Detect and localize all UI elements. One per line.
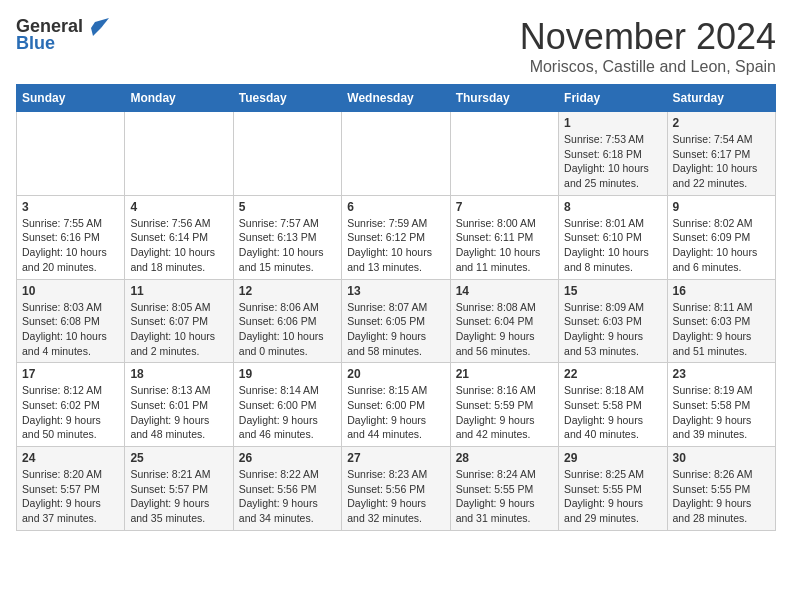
calendar-cell-w3-d1: 10Sunrise: 8:03 AM Sunset: 6:08 PM Dayli… <box>17 279 125 363</box>
day-number: 18 <box>130 367 227 381</box>
day-number: 13 <box>347 284 444 298</box>
calendar-cell-w1-d3 <box>233 112 341 196</box>
day-info: Sunrise: 8:09 AM Sunset: 6:03 PM Dayligh… <box>564 300 661 359</box>
day-info: Sunrise: 8:23 AM Sunset: 5:56 PM Dayligh… <box>347 467 444 526</box>
day-number: 21 <box>456 367 553 381</box>
day-number: 22 <box>564 367 661 381</box>
day-info: Sunrise: 8:15 AM Sunset: 6:00 PM Dayligh… <box>347 383 444 442</box>
day-info: Sunrise: 8:20 AM Sunset: 5:57 PM Dayligh… <box>22 467 119 526</box>
day-info: Sunrise: 8:24 AM Sunset: 5:55 PM Dayligh… <box>456 467 553 526</box>
day-number: 30 <box>673 451 770 465</box>
calendar-cell-w4-d6: 22Sunrise: 8:18 AM Sunset: 5:58 PM Dayli… <box>559 363 667 447</box>
calendar-cell-w4-d3: 19Sunrise: 8:14 AM Sunset: 6:00 PM Dayli… <box>233 363 341 447</box>
month-title: November 2024 <box>520 16 776 58</box>
day-number: 23 <box>673 367 770 381</box>
week-row-4: 17Sunrise: 8:12 AM Sunset: 6:02 PM Dayli… <box>17 363 776 447</box>
day-number: 15 <box>564 284 661 298</box>
day-info: Sunrise: 8:25 AM Sunset: 5:55 PM Dayligh… <box>564 467 661 526</box>
day-info: Sunrise: 8:14 AM Sunset: 6:00 PM Dayligh… <box>239 383 336 442</box>
day-number: 27 <box>347 451 444 465</box>
col-header-monday: Monday <box>125 85 233 112</box>
day-info: Sunrise: 7:59 AM Sunset: 6:12 PM Dayligh… <box>347 216 444 275</box>
calendar-header-row: Sunday Monday Tuesday Wednesday Thursday… <box>17 85 776 112</box>
day-info: Sunrise: 8:08 AM Sunset: 6:04 PM Dayligh… <box>456 300 553 359</box>
calendar-cell-w4-d5: 21Sunrise: 8:16 AM Sunset: 5:59 PM Dayli… <box>450 363 558 447</box>
day-number: 28 <box>456 451 553 465</box>
day-number: 8 <box>564 200 661 214</box>
day-info: Sunrise: 8:06 AM Sunset: 6:06 PM Dayligh… <box>239 300 336 359</box>
day-number: 26 <box>239 451 336 465</box>
day-info: Sunrise: 8:00 AM Sunset: 6:11 PM Dayligh… <box>456 216 553 275</box>
day-info: Sunrise: 8:21 AM Sunset: 5:57 PM Dayligh… <box>130 467 227 526</box>
day-info: Sunrise: 8:01 AM Sunset: 6:10 PM Dayligh… <box>564 216 661 275</box>
calendar-cell-w3-d6: 15Sunrise: 8:09 AM Sunset: 6:03 PM Dayli… <box>559 279 667 363</box>
calendar-cell-w5-d2: 25Sunrise: 8:21 AM Sunset: 5:57 PM Dayli… <box>125 447 233 531</box>
day-info: Sunrise: 8:12 AM Sunset: 6:02 PM Dayligh… <box>22 383 119 442</box>
day-number: 12 <box>239 284 336 298</box>
day-number: 25 <box>130 451 227 465</box>
week-row-1: 1Sunrise: 7:53 AM Sunset: 6:18 PM Daylig… <box>17 112 776 196</box>
day-info: Sunrise: 8:03 AM Sunset: 6:08 PM Dayligh… <box>22 300 119 359</box>
calendar-cell-w5-d1: 24Sunrise: 8:20 AM Sunset: 5:57 PM Dayli… <box>17 447 125 531</box>
calendar-cell-w2-d1: 3Sunrise: 7:55 AM Sunset: 6:16 PM Daylig… <box>17 195 125 279</box>
week-row-5: 24Sunrise: 8:20 AM Sunset: 5:57 PM Dayli… <box>17 447 776 531</box>
logo-bird-icon <box>87 18 109 36</box>
day-number: 3 <box>22 200 119 214</box>
day-number: 29 <box>564 451 661 465</box>
logo-blue-text: Blue <box>16 33 55 54</box>
col-header-friday: Friday <box>559 85 667 112</box>
calendar-cell-w1-d1 <box>17 112 125 196</box>
calendar-cell-w4-d7: 23Sunrise: 8:19 AM Sunset: 5:58 PM Dayli… <box>667 363 775 447</box>
day-number: 24 <box>22 451 119 465</box>
col-header-saturday: Saturday <box>667 85 775 112</box>
calendar-cell-w1-d7: 2Sunrise: 7:54 AM Sunset: 6:17 PM Daylig… <box>667 112 775 196</box>
day-info: Sunrise: 8:22 AM Sunset: 5:56 PM Dayligh… <box>239 467 336 526</box>
day-info: Sunrise: 8:07 AM Sunset: 6:05 PM Dayligh… <box>347 300 444 359</box>
calendar-cell-w2-d2: 4Sunrise: 7:56 AM Sunset: 6:14 PM Daylig… <box>125 195 233 279</box>
day-info: Sunrise: 7:54 AM Sunset: 6:17 PM Dayligh… <box>673 132 770 191</box>
calendar-cell-w5-d3: 26Sunrise: 8:22 AM Sunset: 5:56 PM Dayli… <box>233 447 341 531</box>
calendar-cell-w1-d6: 1Sunrise: 7:53 AM Sunset: 6:18 PM Daylig… <box>559 112 667 196</box>
day-number: 9 <box>673 200 770 214</box>
calendar-cell-w1-d4 <box>342 112 450 196</box>
calendar-cell-w4-d2: 18Sunrise: 8:13 AM Sunset: 6:01 PM Dayli… <box>125 363 233 447</box>
calendar-cell-w5-d5: 28Sunrise: 8:24 AM Sunset: 5:55 PM Dayli… <box>450 447 558 531</box>
calendar-cell-w1-d2 <box>125 112 233 196</box>
day-number: 11 <box>130 284 227 298</box>
day-number: 4 <box>130 200 227 214</box>
week-row-2: 3Sunrise: 7:55 AM Sunset: 6:16 PM Daylig… <box>17 195 776 279</box>
day-number: 6 <box>347 200 444 214</box>
calendar-cell-w3-d4: 13Sunrise: 8:07 AM Sunset: 6:05 PM Dayli… <box>342 279 450 363</box>
day-number: 7 <box>456 200 553 214</box>
calendar-cell-w3-d2: 11Sunrise: 8:05 AM Sunset: 6:07 PM Dayli… <box>125 279 233 363</box>
day-number: 16 <box>673 284 770 298</box>
calendar-cell-w3-d3: 12Sunrise: 8:06 AM Sunset: 6:06 PM Dayli… <box>233 279 341 363</box>
calendar-cell-w1-d5 <box>450 112 558 196</box>
calendar-cell-w2-d3: 5Sunrise: 7:57 AM Sunset: 6:13 PM Daylig… <box>233 195 341 279</box>
calendar-cell-w5-d7: 30Sunrise: 8:26 AM Sunset: 5:55 PM Dayli… <box>667 447 775 531</box>
calendar-cell-w4-d1: 17Sunrise: 8:12 AM Sunset: 6:02 PM Dayli… <box>17 363 125 447</box>
calendar-cell-w2-d4: 6Sunrise: 7:59 AM Sunset: 6:12 PM Daylig… <box>342 195 450 279</box>
calendar-cell-w2-d6: 8Sunrise: 8:01 AM Sunset: 6:10 PM Daylig… <box>559 195 667 279</box>
day-info: Sunrise: 8:16 AM Sunset: 5:59 PM Dayligh… <box>456 383 553 442</box>
calendar-cell-w3-d7: 16Sunrise: 8:11 AM Sunset: 6:03 PM Dayli… <box>667 279 775 363</box>
calendar-cell-w5-d4: 27Sunrise: 8:23 AM Sunset: 5:56 PM Dayli… <box>342 447 450 531</box>
calendar-table: Sunday Monday Tuesday Wednesday Thursday… <box>16 84 776 531</box>
calendar-cell-w2-d7: 9Sunrise: 8:02 AM Sunset: 6:09 PM Daylig… <box>667 195 775 279</box>
col-header-tuesday: Tuesday <box>233 85 341 112</box>
day-number: 19 <box>239 367 336 381</box>
day-info: Sunrise: 7:55 AM Sunset: 6:16 PM Dayligh… <box>22 216 119 275</box>
logo: General Blue <box>16 16 109 54</box>
day-info: Sunrise: 8:26 AM Sunset: 5:55 PM Dayligh… <box>673 467 770 526</box>
week-row-3: 10Sunrise: 8:03 AM Sunset: 6:08 PM Dayli… <box>17 279 776 363</box>
day-info: Sunrise: 8:19 AM Sunset: 5:58 PM Dayligh… <box>673 383 770 442</box>
calendar-cell-w4-d4: 20Sunrise: 8:15 AM Sunset: 6:00 PM Dayli… <box>342 363 450 447</box>
title-area: November 2024 Moriscos, Castille and Leo… <box>520 16 776 76</box>
day-number: 17 <box>22 367 119 381</box>
calendar-cell-w5-d6: 29Sunrise: 8:25 AM Sunset: 5:55 PM Dayli… <box>559 447 667 531</box>
calendar-cell-w3-d5: 14Sunrise: 8:08 AM Sunset: 6:04 PM Dayli… <box>450 279 558 363</box>
calendar-cell-w2-d5: 7Sunrise: 8:00 AM Sunset: 6:11 PM Daylig… <box>450 195 558 279</box>
col-header-wednesday: Wednesday <box>342 85 450 112</box>
day-info: Sunrise: 7:57 AM Sunset: 6:13 PM Dayligh… <box>239 216 336 275</box>
day-number: 5 <box>239 200 336 214</box>
